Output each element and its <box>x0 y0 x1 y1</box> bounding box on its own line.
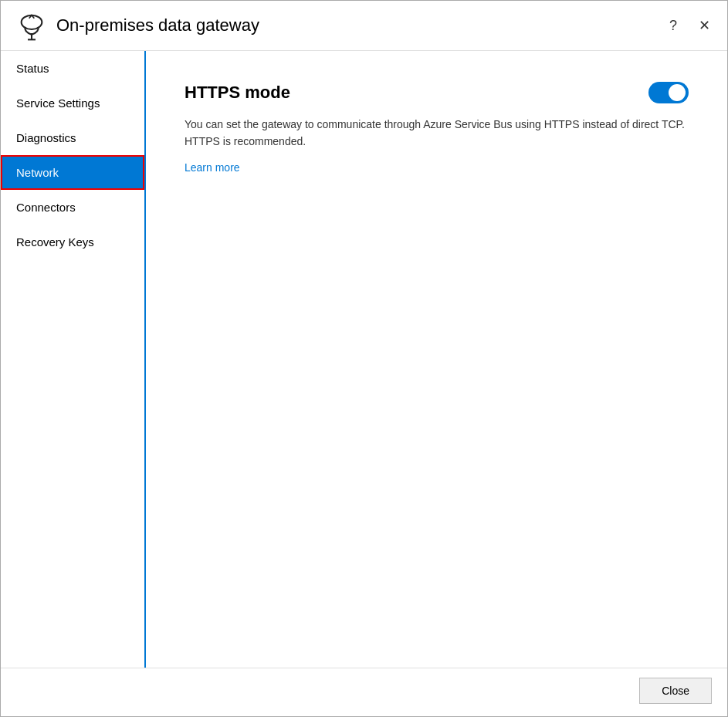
help-button[interactable]: ? <box>665 16 682 36</box>
sidebar-item-service-settings[interactable]: Service Settings <box>1 86 144 120</box>
learn-more-link[interactable]: Learn more <box>185 161 689 174</box>
sidebar: Status Service Settings Diagnostics Netw… <box>1 51 146 668</box>
app-icon <box>16 10 47 41</box>
section-description: You can set the gateway to communicate t… <box>185 116 686 151</box>
sidebar-item-status[interactable]: Status <box>1 51 144 86</box>
close-window-button[interactable]: ✕ <box>694 15 715 36</box>
title-bar: On-premises data gateway ? ✕ <box>1 1 727 50</box>
title-left: On-premises data gateway <box>16 10 259 41</box>
sidebar-item-connectors[interactable]: Connectors <box>1 190 144 225</box>
app-title: On-premises data gateway <box>56 15 259 36</box>
section-title: HTTPS mode <box>185 83 290 103</box>
app-window: On-premises data gateway ? ✕ Status Serv… <box>0 0 728 717</box>
footer: Close <box>1 668 727 716</box>
sidebar-item-network[interactable]: Network <box>1 155 144 190</box>
main-content: HTTPS mode You can set the gateway to co… <box>146 51 727 668</box>
sidebar-item-recovery-keys[interactable]: Recovery Keys <box>1 225 144 259</box>
toggle-slider <box>648 82 689 103</box>
https-mode-toggle[interactable] <box>648 82 689 103</box>
section-header: HTTPS mode <box>185 82 689 103</box>
content-area: Status Service Settings Diagnostics Netw… <box>1 51 727 668</box>
title-controls: ? ✕ <box>665 15 715 36</box>
sidebar-item-diagnostics[interactable]: Diagnostics <box>1 120 144 155</box>
close-button[interactable]: Close <box>639 678 712 704</box>
